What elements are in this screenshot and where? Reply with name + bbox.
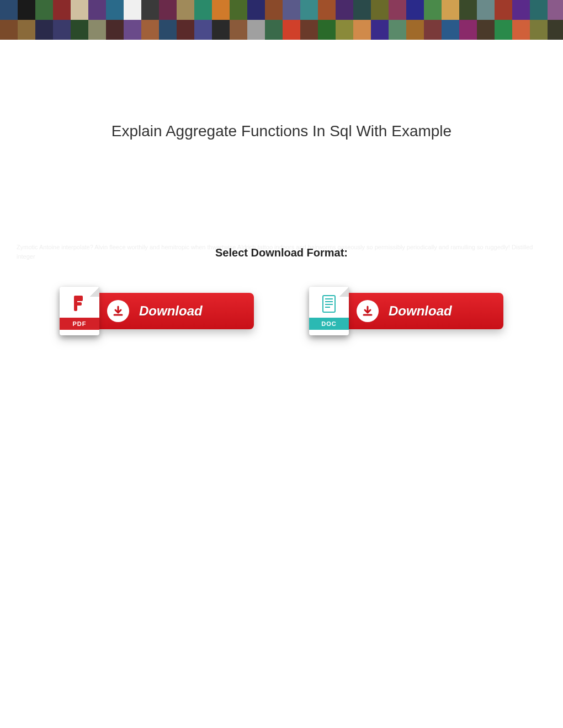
banner-thumbnail (0, 0, 18, 20)
banner-thumbnail (530, 0, 548, 20)
banner-thumbnail (71, 20, 88, 40)
banner-thumbnail (318, 20, 336, 40)
download-arrow-icon (357, 300, 379, 322)
pdf-file-icon: PDF (60, 287, 99, 335)
doc-band-label: DOC (309, 318, 349, 330)
banner-thumbnail (442, 0, 459, 20)
banner-thumbnail (406, 0, 424, 20)
banner-thumbnail (0, 20, 18, 40)
banner-thumbnail (124, 0, 141, 20)
banner-thumbnail (141, 0, 159, 20)
banner-thumbnail (53, 20, 71, 40)
banner-thumbnail (371, 20, 389, 40)
select-format-label: Select Download Format: (0, 247, 563, 259)
banner-thumbnail (177, 0, 194, 20)
banner-thumbnail (230, 0, 247, 20)
banner-thumbnail (141, 20, 159, 40)
banner-thumbnail (194, 20, 212, 40)
banner-thumbnail (53, 0, 71, 20)
banner-thumbnail (353, 0, 371, 20)
banner-thumbnail (442, 20, 459, 40)
banner-thumbnail (300, 0, 318, 20)
banner-thumbnail (124, 20, 141, 40)
banner-thumbnail (477, 0, 495, 20)
banner-thumbnail (230, 20, 247, 40)
banner-thumbnail (177, 20, 194, 40)
banner-thumbnail (548, 20, 563, 40)
banner-thumbnail (159, 20, 177, 40)
banner-thumbnail (548, 0, 563, 20)
banner-thumbnail (389, 0, 406, 20)
doc-download-pill: Download (343, 293, 503, 329)
banner-thumbnail (194, 0, 212, 20)
banner-thumbnail (495, 0, 512, 20)
banner-thumbnail (88, 0, 106, 20)
banner-thumbnail (71, 0, 88, 20)
banner-thumbnail (459, 0, 477, 20)
banner-thumbnail (283, 20, 300, 40)
banner-thumbnail (512, 0, 530, 20)
banner-thumbnail (265, 0, 283, 20)
thumbnail-banner (0, 0, 563, 40)
banner-thumbnail (106, 20, 124, 40)
banner-thumbnail (495, 20, 512, 40)
banner-thumbnail (18, 20, 35, 40)
pdf-band-label: PDF (60, 318, 99, 330)
banner-thumbnail (283, 0, 300, 20)
banner-thumbnail (247, 20, 265, 40)
download-arrow-icon (107, 300, 129, 322)
doc-download-label: Download (389, 303, 452, 319)
banner-thumbnail (212, 0, 230, 20)
banner-thumbnail (371, 0, 389, 20)
banner-thumbnail (18, 0, 35, 20)
banner-thumbnail (318, 0, 336, 20)
banner-thumbnail (88, 20, 106, 40)
banner-thumbnail (424, 20, 442, 40)
banner-thumbnail (530, 20, 548, 40)
banner-thumbnail (459, 20, 477, 40)
banner-thumbnail (35, 20, 53, 40)
banner-thumbnail (265, 20, 283, 40)
banner-thumbnail (106, 0, 124, 20)
banner-thumbnail (336, 20, 353, 40)
banner-thumbnail (353, 20, 371, 40)
banner-thumbnail (406, 20, 424, 40)
banner-thumbnail (336, 0, 353, 20)
doc-file-icon: DOC (309, 287, 349, 335)
pdf-download-label: Download (139, 303, 203, 319)
banner-thumbnail (212, 20, 230, 40)
download-doc-button[interactable]: DOC Download (309, 287, 503, 335)
banner-thumbnail (159, 0, 177, 20)
download-buttons-row: PDF Download DOC (0, 287, 563, 335)
banner-thumbnail (35, 0, 53, 20)
page-title: Explain Aggregate Functions In Sql With … (0, 122, 563, 140)
download-pdf-button[interactable]: PDF Download (60, 287, 254, 335)
banner-thumbnail (300, 20, 318, 40)
pdf-download-pill: Download (94, 293, 254, 329)
banner-thumbnail (512, 20, 530, 40)
banner-thumbnail (424, 0, 442, 20)
banner-thumbnail (389, 20, 406, 40)
banner-thumbnail (477, 20, 495, 40)
banner-thumbnail (247, 0, 265, 20)
